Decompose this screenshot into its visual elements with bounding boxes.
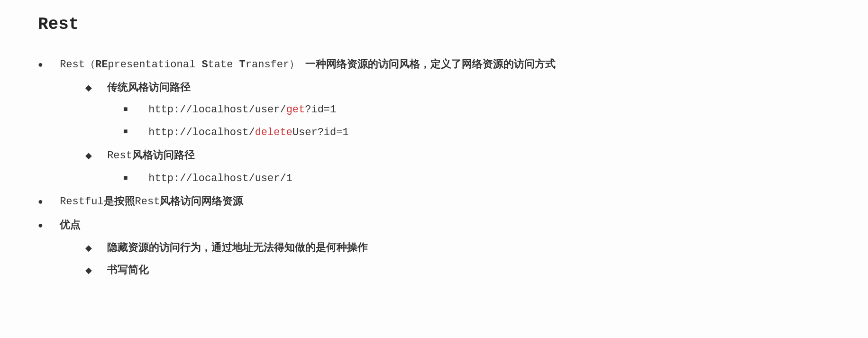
- url-get-pre: http://localhost/user/: [148, 104, 286, 116]
- label-traditional: 传统风格访问路径: [107, 81, 191, 93]
- url-delete-post: User?id=1: [292, 127, 349, 138]
- text-restful: Restful: [60, 196, 103, 208]
- item-traditional-style: 传统风格访问路径: [85, 78, 830, 97]
- sublist-rest-urls: http://localhost/user/1: [38, 169, 830, 188]
- sublist-styles: 传统风格访问路径: [38, 78, 830, 97]
- label-rest-prefix: Rest: [107, 150, 132, 162]
- text-ransfer: ransfer）: [246, 59, 300, 71]
- url-get-red: get: [286, 104, 305, 116]
- url-delete-pre: http://localhost/: [148, 127, 255, 138]
- text-advantage-hide: 隐藏资源的访问行为，通过地址无法得知做的是何种操作: [107, 241, 368, 253]
- item-advantage-simplify: 书写简化: [85, 260, 830, 279]
- url-get-post: ?id=1: [305, 104, 336, 116]
- text-tate: tate: [208, 59, 239, 71]
- sublist-traditional-urls: http://localhost/user/get?id=1 http://lo…: [38, 100, 830, 142]
- item-restful: Restful是按照Rest风格访问网络资源: [38, 192, 830, 211]
- url-delete-red: delete: [255, 127, 292, 138]
- text-rest-word: Rest: [135, 196, 160, 208]
- text-definition: 一种网络资源的访问风格，定义了网络资源的访问方式: [305, 58, 556, 70]
- label-advantages: 优点: [60, 219, 81, 230]
- text-presentational: presentational: [108, 59, 201, 71]
- text-s: S: [201, 59, 208, 71]
- item-advantage-hide: 隐藏资源的访问行为，通过地址无法得知做的是何种操作: [85, 238, 830, 257]
- text-style-access: 风格访问网络资源: [160, 195, 243, 207]
- item-advantages: 优点: [38, 215, 830, 234]
- text-re: RE: [95, 59, 108, 71]
- item-url-rest: http://localhost/user/1: [123, 169, 830, 188]
- text-t: T: [239, 59, 246, 71]
- sublist-advantages: 隐藏资源的访问行为，通过地址无法得知做的是何种操作 书写简化: [38, 238, 830, 279]
- main-list: Rest（REpresentational State Transfer） 一种…: [38, 55, 830, 74]
- sublist-rest-style: Rest风格访问路径: [38, 146, 830, 165]
- label-rest-style: 风格访问路径: [132, 149, 195, 161]
- item-url-get: http://localhost/user/get?id=1: [123, 100, 830, 119]
- page-title: Rest: [38, 9, 830, 40]
- item-rest-definition: Rest（REpresentational State Transfer） 一种…: [38, 55, 830, 74]
- item-rest-style: Rest风格访问路径: [85, 146, 830, 165]
- text-is-according: 是按照: [104, 195, 135, 207]
- text-rest-prefix: Rest（: [60, 59, 95, 71]
- main-list-continued: Restful是按照Rest风格访问网络资源 优点: [38, 192, 830, 234]
- item-url-delete: http://localhost/deleteUser?id=1: [123, 123, 830, 142]
- text-advantage-simplify: 书写简化: [107, 264, 149, 275]
- url-rest: http://localhost/user/1: [148, 173, 292, 184]
